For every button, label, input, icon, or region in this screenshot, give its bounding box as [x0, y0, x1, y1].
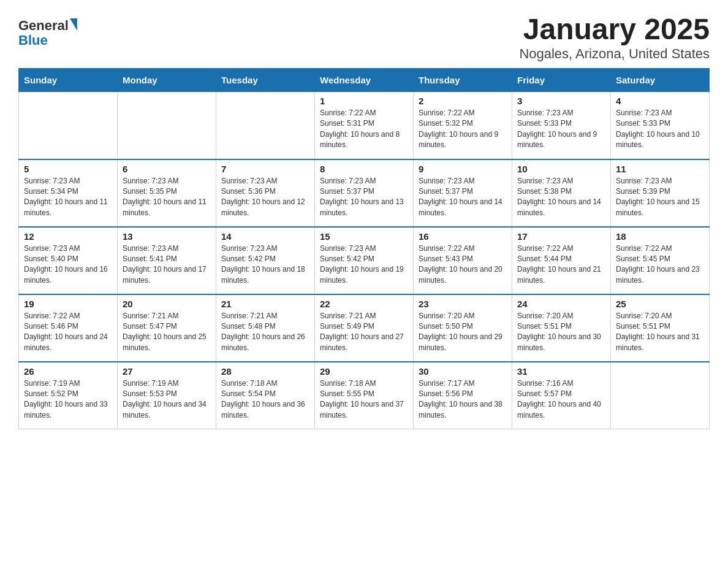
- month-title: January 2025: [519, 12, 710, 46]
- col-header-friday: Friday: [512, 69, 611, 92]
- day-number: 11: [616, 164, 704, 174]
- day-info: Sunrise: 7:17 AM Sunset: 5:56 PM Dayligh…: [419, 378, 507, 421]
- calendar-cell: 21Sunrise: 7:21 AM Sunset: 5:48 PM Dayli…: [216, 294, 315, 362]
- day-info: Sunrise: 7:23 AM Sunset: 5:39 PM Dayligh…: [616, 176, 704, 219]
- calendar-cell: [216, 92, 315, 159]
- day-info: Sunrise: 7:23 AM Sunset: 5:33 PM Dayligh…: [616, 108, 704, 151]
- day-number: 3: [517, 96, 605, 106]
- title-section: January 2025 Nogales, Arizona, United St…: [519, 12, 710, 62]
- calendar-cell: 26Sunrise: 7:19 AM Sunset: 5:52 PM Dayli…: [19, 362, 118, 429]
- calendar-week-5: 26Sunrise: 7:19 AM Sunset: 5:52 PM Dayli…: [19, 362, 710, 429]
- day-info: Sunrise: 7:23 AM Sunset: 5:42 PM Dayligh…: [320, 243, 408, 286]
- day-number: 29: [320, 366, 408, 377]
- calendar-cell: 7Sunrise: 7:23 AM Sunset: 5:36 PM Daylig…: [216, 159, 315, 227]
- day-info: Sunrise: 7:23 AM Sunset: 5:33 PM Dayligh…: [517, 108, 605, 151]
- calendar-cell: 4Sunrise: 7:23 AM Sunset: 5:33 PM Daylig…: [611, 92, 710, 159]
- day-info: Sunrise: 7:22 AM Sunset: 5:43 PM Dayligh…: [419, 243, 507, 286]
- calendar-cell: 3Sunrise: 7:23 AM Sunset: 5:33 PM Daylig…: [512, 92, 611, 159]
- day-info: Sunrise: 7:23 AM Sunset: 5:35 PM Dayligh…: [123, 176, 211, 219]
- calendar-cell: 17Sunrise: 7:22 AM Sunset: 5:44 PM Dayli…: [512, 227, 611, 294]
- day-info: Sunrise: 7:23 AM Sunset: 5:38 PM Dayligh…: [517, 176, 605, 219]
- day-number: 1: [320, 96, 408, 106]
- logo-triangle-icon: [70, 18, 77, 31]
- calendar-week-2: 5Sunrise: 7:23 AM Sunset: 5:34 PM Daylig…: [19, 159, 710, 227]
- calendar-cell: 22Sunrise: 7:21 AM Sunset: 5:49 PM Dayli…: [315, 294, 414, 362]
- col-header-thursday: Thursday: [414, 69, 512, 92]
- calendar-cell: 16Sunrise: 7:22 AM Sunset: 5:43 PM Dayli…: [414, 227, 512, 294]
- calendar-cell: 9Sunrise: 7:23 AM Sunset: 5:37 PM Daylig…: [414, 159, 512, 227]
- calendar-cell: 15Sunrise: 7:23 AM Sunset: 5:42 PM Dayli…: [315, 227, 414, 294]
- day-number: 13: [123, 231, 211, 242]
- day-number: 9: [419, 164, 507, 174]
- day-number: 30: [419, 366, 507, 377]
- calendar-header-row: SundayMondayTuesdayWednesdayThursdayFrid…: [19, 69, 710, 92]
- calendar-cell: 23Sunrise: 7:20 AM Sunset: 5:50 PM Dayli…: [414, 294, 512, 362]
- calendar-cell: 8Sunrise: 7:23 AM Sunset: 5:37 PM Daylig…: [315, 159, 414, 227]
- day-info: Sunrise: 7:23 AM Sunset: 5:40 PM Dayligh…: [24, 243, 112, 286]
- calendar-cell: 14Sunrise: 7:23 AM Sunset: 5:42 PM Dayli…: [216, 227, 315, 294]
- calendar-cell: 28Sunrise: 7:18 AM Sunset: 5:54 PM Dayli…: [216, 362, 315, 429]
- day-info: Sunrise: 7:23 AM Sunset: 5:41 PM Dayligh…: [123, 243, 211, 286]
- day-info: Sunrise: 7:23 AM Sunset: 5:42 PM Dayligh…: [221, 243, 309, 286]
- day-number: 6: [123, 164, 211, 174]
- day-info: Sunrise: 7:22 AM Sunset: 5:31 PM Dayligh…: [320, 108, 408, 151]
- col-header-saturday: Saturday: [611, 69, 710, 92]
- day-info: Sunrise: 7:23 AM Sunset: 5:34 PM Dayligh…: [24, 176, 112, 219]
- page-header: General Blue January 2025 Nogales, Arizo…: [18, 12, 710, 62]
- day-number: 17: [517, 231, 605, 242]
- calendar-cell: 19Sunrise: 7:22 AM Sunset: 5:46 PM Dayli…: [19, 294, 118, 362]
- calendar-cell: 18Sunrise: 7:22 AM Sunset: 5:45 PM Dayli…: [611, 227, 710, 294]
- calendar-cell: 13Sunrise: 7:23 AM Sunset: 5:41 PM Dayli…: [118, 227, 216, 294]
- location-title: Nogales, Arizona, United States: [519, 46, 710, 62]
- calendar-cell: 5Sunrise: 7:23 AM Sunset: 5:34 PM Daylig…: [19, 159, 118, 227]
- col-header-tuesday: Tuesday: [216, 69, 315, 92]
- day-number: 25: [616, 299, 704, 309]
- day-info: Sunrise: 7:21 AM Sunset: 5:48 PM Dayligh…: [221, 311, 309, 354]
- col-header-monday: Monday: [118, 69, 216, 92]
- day-number: 5: [24, 164, 112, 174]
- calendar-cell: [611, 362, 710, 429]
- day-number: 28: [221, 366, 309, 377]
- day-number: 31: [517, 366, 605, 377]
- day-info: Sunrise: 7:16 AM Sunset: 5:57 PM Dayligh…: [517, 378, 605, 421]
- calendar-cell: 12Sunrise: 7:23 AM Sunset: 5:40 PM Dayli…: [19, 227, 118, 294]
- calendar-cell: 29Sunrise: 7:18 AM Sunset: 5:55 PM Dayli…: [315, 362, 414, 429]
- calendar-cell: 10Sunrise: 7:23 AM Sunset: 5:38 PM Dayli…: [512, 159, 611, 227]
- day-number: 7: [221, 164, 309, 174]
- day-info: Sunrise: 7:22 AM Sunset: 5:46 PM Dayligh…: [24, 311, 112, 354]
- day-info: Sunrise: 7:20 AM Sunset: 5:50 PM Dayligh…: [419, 311, 507, 354]
- day-info: Sunrise: 7:20 AM Sunset: 5:51 PM Dayligh…: [517, 311, 605, 354]
- day-number: 10: [517, 164, 605, 174]
- calendar-cell: 6Sunrise: 7:23 AM Sunset: 5:35 PM Daylig…: [118, 159, 216, 227]
- calendar-cell: 25Sunrise: 7:20 AM Sunset: 5:51 PM Dayli…: [611, 294, 710, 362]
- day-number: 18: [616, 231, 704, 242]
- calendar-week-1: 1Sunrise: 7:22 AM Sunset: 5:31 PM Daylig…: [19, 92, 710, 159]
- day-info: Sunrise: 7:19 AM Sunset: 5:52 PM Dayligh…: [24, 378, 112, 421]
- day-number: 14: [221, 231, 309, 242]
- calendar-cell: [19, 92, 118, 159]
- col-header-sunday: Sunday: [19, 69, 118, 92]
- logo-blue-text: Blue: [18, 33, 77, 48]
- calendar-cell: 1Sunrise: 7:22 AM Sunset: 5:31 PM Daylig…: [315, 92, 414, 159]
- day-number: 4: [616, 96, 704, 106]
- day-info: Sunrise: 7:20 AM Sunset: 5:51 PM Dayligh…: [616, 311, 704, 354]
- day-number: 12: [24, 231, 112, 242]
- day-info: Sunrise: 7:18 AM Sunset: 5:54 PM Dayligh…: [221, 378, 309, 421]
- day-info: Sunrise: 7:22 AM Sunset: 5:44 PM Dayligh…: [517, 243, 605, 286]
- calendar-cell: 30Sunrise: 7:17 AM Sunset: 5:56 PM Dayli…: [414, 362, 512, 429]
- calendar-cell: 31Sunrise: 7:16 AM Sunset: 5:57 PM Dayli…: [512, 362, 611, 429]
- day-info: Sunrise: 7:23 AM Sunset: 5:37 PM Dayligh…: [419, 176, 507, 219]
- calendar-cell: 20Sunrise: 7:21 AM Sunset: 5:47 PM Dayli…: [118, 294, 216, 362]
- day-number: 26: [24, 366, 112, 377]
- day-info: Sunrise: 7:18 AM Sunset: 5:55 PM Dayligh…: [320, 378, 408, 421]
- calendar-week-4: 19Sunrise: 7:22 AM Sunset: 5:46 PM Dayli…: [19, 294, 710, 362]
- logo: General Blue: [18, 18, 77, 48]
- day-number: 27: [123, 366, 211, 377]
- day-number: 16: [419, 231, 507, 242]
- calendar-cell: 2Sunrise: 7:22 AM Sunset: 5:32 PM Daylig…: [414, 92, 512, 159]
- calendar-cell: 24Sunrise: 7:20 AM Sunset: 5:51 PM Dayli…: [512, 294, 611, 362]
- day-number: 20: [123, 299, 211, 309]
- day-number: 2: [419, 96, 507, 106]
- day-info: Sunrise: 7:22 AM Sunset: 5:45 PM Dayligh…: [616, 243, 704, 286]
- logo-general-text: General: [18, 18, 69, 33]
